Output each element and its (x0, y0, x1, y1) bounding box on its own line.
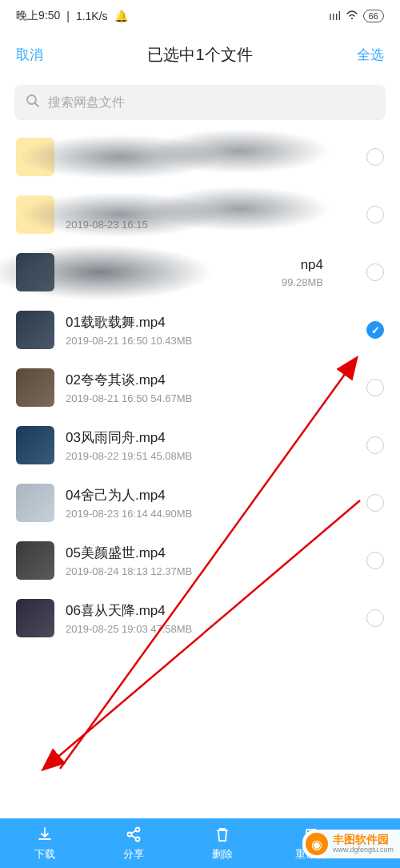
share-icon (125, 826, 142, 846)
watermark-url: www.dgfengtu.com (333, 846, 394, 854)
download-button[interactable]: 下载 (0, 818, 89, 868)
bell-icon: 🔔 (114, 10, 128, 22)
file-name: 06喜从天降.mp4 (66, 601, 355, 620)
file-name (66, 147, 355, 163)
select-radio[interactable] (366, 552, 384, 569)
search-icon (26, 94, 40, 111)
watermark-icon: ◉ (306, 833, 328, 855)
svg-point-1 (27, 95, 36, 104)
folder-icon (16, 138, 54, 176)
cancel-button[interactable]: 取消 (16, 46, 43, 64)
file-meta: 2019-08-23 16:14 44.90MB (66, 508, 355, 520)
video-thumbnail (16, 484, 54, 522)
select-radio[interactable] (366, 436, 384, 454)
list-item[interactable] (0, 128, 400, 186)
list-item[interactable]: 05美颜盛世.mp4 2019-08-24 18:13 12.37MB (0, 532, 400, 589)
status-speed: 1.1K/s (76, 10, 108, 22)
file-name: 02夸夸其谈.mp4 (66, 371, 355, 389)
file-name: 05美颜盛世.mp4 (66, 544, 355, 562)
file-meta: 2019-08-22 19:51 45.08MB (66, 450, 355, 462)
page-title: 已选中1个文件 (147, 44, 252, 66)
select-radio[interactable] (366, 263, 384, 281)
file-meta: 2019-08-21 16:50 10.43MB (66, 335, 355, 347)
video-thumbnail (16, 426, 54, 464)
select-radio[interactable] (366, 321, 384, 339)
svg-line-8 (131, 830, 136, 834)
select-all-button[interactable]: 全选 (357, 46, 384, 64)
video-thumbnail (16, 368, 54, 407)
video-thumbnail (16, 253, 54, 291)
list-item[interactable]: 03风雨同舟.mp4 2019-08-22 19:51 45.08MB (0, 416, 400, 474)
file-meta: 2019-08-24 18:13 12.37MB (66, 565, 355, 577)
select-radio[interactable] (366, 494, 384, 512)
download-icon (36, 826, 54, 846)
search-input[interactable]: 搜索网盘文件 (14, 85, 386, 120)
search-placeholder: 搜索网盘文件 (48, 94, 125, 111)
folder-icon (16, 195, 54, 234)
select-radio[interactable] (366, 206, 384, 223)
list-item[interactable]: np4 99.28MB (0, 243, 400, 301)
svg-point-0 (351, 18, 353, 19)
list-item[interactable]: 2019-08-23 16:15 (0, 186, 400, 243)
file-name (66, 199, 355, 215)
file-name: 01载歌载舞.mp4 (66, 313, 355, 332)
file-meta: 2019-08-23 16:15 (66, 219, 355, 231)
svg-line-2 (35, 103, 38, 106)
video-thumbnail (16, 599, 54, 637)
file-meta: 2019-08-21 16:50 54.67MB (66, 392, 355, 404)
file-name: 03风雨同舟.mp4 (66, 428, 355, 447)
share-button[interactable]: 分享 (89, 818, 178, 868)
status-time: 晚上9:50 (16, 9, 60, 23)
video-thumbnail (16, 541, 54, 580)
watermark-title: 丰图软件园 (333, 834, 394, 846)
file-name: 04舍己为人.mp4 (66, 486, 355, 504)
select-radio[interactable] (366, 379, 384, 396)
file-meta: 2019-08-25 19:03 47.58MB (66, 623, 355, 635)
select-radio[interactable] (366, 609, 384, 627)
list-item[interactable]: 02夸夸其谈.mp4 2019-08-21 16:50 54.67MB (0, 359, 400, 416)
select-radio[interactable] (366, 148, 384, 166)
svg-line-9 (131, 835, 136, 838)
signal-icon: ıııl (329, 10, 341, 22)
file-meta: 99.28MB (66, 276, 355, 288)
status-bar: 晚上9:50 | 1.1K/s 🔔 ıııl 66 (0, 0, 400, 32)
header: 取消 已选中1个文件 全选 (0, 32, 400, 77)
battery-icon: 66 (363, 10, 384, 22)
list-item[interactable]: 06喜从天降.mp4 2019-08-25 19:03 47.58MB (0, 589, 400, 647)
trash-icon (214, 826, 231, 846)
list-item[interactable]: 04舍己为人.mp4 2019-08-23 16:14 44.90MB (0, 474, 400, 532)
delete-button[interactable]: 删除 (178, 818, 266, 868)
file-name: np4 (66, 257, 355, 273)
watermark: ◉ 丰图软件园 www.dgfengtu.com (302, 830, 400, 858)
list-item[interactable]: 01载歌载舞.mp4 2019-08-21 16:50 10.43MB (0, 301, 400, 359)
wifi-icon (346, 10, 358, 22)
video-thumbnail (16, 311, 54, 349)
file-list: 2019-08-23 16:15 np4 99.28MB 01载歌载舞.mp4 … (0, 128, 400, 647)
